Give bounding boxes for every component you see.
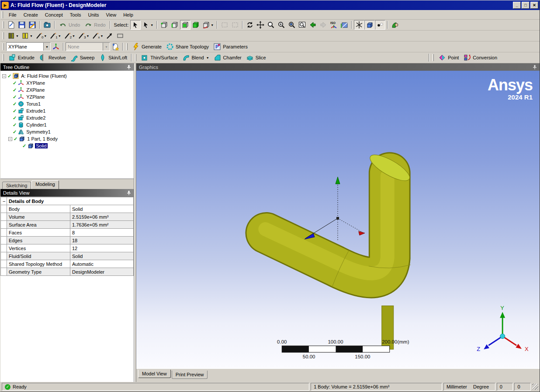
resize-grip[interactable] xyxy=(532,384,538,390)
detail-value[interactable]: Automatic xyxy=(70,260,134,268)
look-at-plane-icon[interactable] xyxy=(339,20,350,30)
vertex-filter-icon[interactable] xyxy=(159,20,170,30)
pin-icon[interactable] xyxy=(127,65,131,70)
new-sketch-icon[interactable] xyxy=(110,42,121,52)
image-capture-icon[interactable] xyxy=(42,20,52,30)
save-as-icon[interactable] xyxy=(27,20,38,30)
new-document-icon[interactable] xyxy=(6,20,17,30)
display-edges-icon[interactable] xyxy=(354,20,364,30)
extend-selection-icon[interactable]: ▼ xyxy=(201,20,215,30)
zoom-in-icon[interactable] xyxy=(276,20,287,30)
edges-by-connection-1-icon[interactable]: 1▼ xyxy=(48,31,62,41)
tree-row-yzplane[interactable]: ✓YZPlane xyxy=(2,93,134,100)
sketch-selector-dropdown-icon[interactable]: ▼ xyxy=(103,43,110,51)
body-filter-icon[interactable] xyxy=(190,20,201,30)
share-topology-button[interactable]: Share Topology xyxy=(164,42,211,52)
plane-axes-icon[interactable] xyxy=(51,42,61,52)
tree-row-solid[interactable]: ✓ Solid xyxy=(2,142,134,149)
parameters-button[interactable]: Parameters xyxy=(211,42,250,52)
menu-file[interactable]: File xyxy=(5,11,20,19)
sketch-selector[interactable]: None ▼ xyxy=(66,42,110,51)
slice-button[interactable]: Slice xyxy=(244,53,268,62)
isometric-view-icon[interactable] xyxy=(329,20,339,30)
face-filter-icon[interactable] xyxy=(180,20,190,30)
menu-concept[interactable]: Concept xyxy=(42,11,66,19)
redo-button[interactable]: Redo xyxy=(82,20,107,30)
pin-icon[interactable] xyxy=(127,190,131,196)
edges-by-connection-x-icon[interactable]: x▼ xyxy=(90,31,104,41)
minimize-button[interactable]: _ xyxy=(513,2,521,9)
tree-row-xyplane[interactable]: ✓XYPlane xyxy=(2,79,134,86)
edges-by-connection-2-icon[interactable]: 2▼ xyxy=(62,31,76,41)
frozen-body-transparency-icon[interactable] xyxy=(115,31,125,41)
menu-tools[interactable]: Tools xyxy=(66,11,85,19)
detail-value[interactable]: 8 xyxy=(70,229,134,237)
maximize-button[interactable]: □ xyxy=(522,2,530,9)
blend-button[interactable]: Blend▼ xyxy=(180,53,211,62)
tab-sketching[interactable]: Sketching xyxy=(2,182,31,189)
tree-row-extrude2[interactable]: ✓Extrude2 xyxy=(2,114,134,121)
thin-surface-button[interactable]: Thin/Surface xyxy=(138,53,180,62)
display-vertices-icon[interactable] xyxy=(375,20,385,30)
detail-value[interactable]: 18 xyxy=(70,237,134,244)
edge-direction-icon[interactable] xyxy=(104,31,115,41)
tab-modeling[interactable]: Modeling xyxy=(31,180,59,189)
point-button[interactable]: Point xyxy=(436,53,461,62)
next-view-icon[interactable] xyxy=(318,20,329,30)
menu-view[interactable]: View xyxy=(103,11,120,19)
undo-button[interactable]: Undo xyxy=(57,20,82,30)
3d-viewport[interactable]: 0.00 100.00 200.00 (mm) 50.00 150.00 Y xyxy=(136,71,540,368)
tree-row-cylinder1[interactable]: ✓Cylinder1 xyxy=(2,121,134,128)
extrude-button[interactable]: Extrude xyxy=(6,53,37,62)
edges-by-connection-0-icon[interactable]: 0▼ xyxy=(34,31,48,41)
orientation-triad[interactable]: Y X Z xyxy=(477,305,529,352)
display-plane-icon[interactable] xyxy=(390,20,400,30)
collapse-icon[interactable]: − xyxy=(8,137,12,141)
revolve-button[interactable]: Revolve xyxy=(37,53,68,62)
menu-units[interactable]: Units xyxy=(84,11,102,19)
edges-by-connection-3-icon[interactable]: 3▼ xyxy=(76,31,90,41)
zoom-to-fit-icon[interactable] xyxy=(287,20,297,30)
collapse-icon[interactable]: − xyxy=(2,74,6,78)
detail-value[interactable]: Solid xyxy=(70,252,134,260)
pan-icon[interactable] xyxy=(255,20,266,30)
pin-icon[interactable] xyxy=(533,65,537,70)
face-coloring-icon[interactable]: ▼ xyxy=(6,31,20,41)
plane-selector[interactable]: XYPlane ▼ xyxy=(6,42,51,51)
menu-help[interactable]: Help xyxy=(120,11,137,19)
tree-row-part[interactable]: − ✓ 1 Part, 1 Body xyxy=(2,135,134,142)
detail-value[interactable]: Solid xyxy=(70,205,134,213)
box-zoom-icon[interactable] xyxy=(297,20,308,30)
extend-to-adjacent-icon[interactable] xyxy=(219,20,230,30)
extend-to-limits-icon[interactable] xyxy=(230,20,240,30)
detail-value[interactable]: DesignModeler xyxy=(70,268,134,276)
conversion-button[interactable]: Conversion xyxy=(461,53,499,62)
tree-row-zxplane[interactable]: ✓ZXPlane xyxy=(2,86,134,93)
generate-button[interactable]: Generate xyxy=(130,42,164,52)
tree-row-torus1[interactable]: ✓Torus1 xyxy=(2,100,134,107)
select-mode-icon[interactable] xyxy=(130,20,141,30)
detail-value[interactable]: 2.5159e+06 mm³ xyxy=(70,213,134,221)
select-mode-dropdown-icon[interactable]: ▼ xyxy=(141,20,155,30)
menu-create[interactable]: Create xyxy=(20,11,42,19)
tree-row-symmetry1[interactable]: ✓Symmetry1 xyxy=(2,128,134,135)
tree-row-extrude1[interactable]: ✓Extrude1 xyxy=(2,107,134,114)
collapse-icon[interactable]: − xyxy=(1,197,7,205)
previous-view-icon[interactable] xyxy=(308,20,318,30)
shaded-exterior-icon[interactable] xyxy=(364,20,375,30)
close-button[interactable]: ✕ xyxy=(530,2,538,9)
save-icon[interactable] xyxy=(17,20,27,30)
skin-loft-button[interactable]: Skin/Loft xyxy=(97,53,129,62)
rotate-icon[interactable] xyxy=(245,20,255,30)
tab-print-preview[interactable]: Print Preview xyxy=(172,371,208,379)
chamfer-button[interactable]: Chamfer xyxy=(211,53,244,62)
edge-coloring-icon[interactable]: ▼ xyxy=(20,31,34,41)
tree-row-root[interactable]: − ✓ A: Fluid Flow (Fluent) xyxy=(2,72,134,79)
tab-model-view[interactable]: Model View xyxy=(138,370,171,378)
sweep-button[interactable]: Sweep xyxy=(68,53,97,62)
detail-value[interactable]: 1.7636e+05 mm² xyxy=(70,221,134,229)
zoom-icon[interactable] xyxy=(266,20,276,30)
detail-value[interactable]: 12 xyxy=(70,244,134,252)
plane-selector-dropdown-icon[interactable]: ▼ xyxy=(43,43,50,51)
edge-filter-icon[interactable] xyxy=(170,20,180,30)
